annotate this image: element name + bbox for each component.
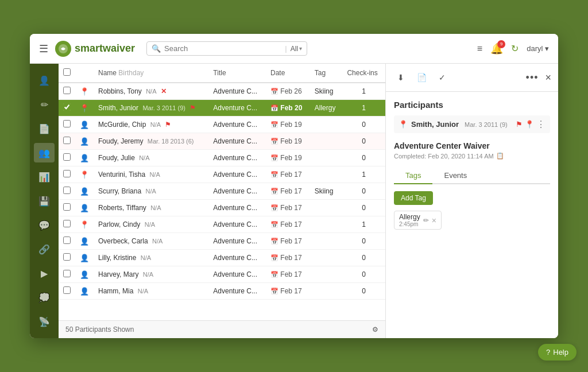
row-checkbox[interactable] xyxy=(63,153,71,161)
row-checkbox[interactable] xyxy=(63,103,71,111)
header-date: Date xyxy=(266,64,310,83)
row-checkbox-cell[interactable] xyxy=(59,183,75,200)
row-checkbox-cell[interactable] xyxy=(59,250,75,266)
sidebar-item-storage[interactable]: 💾 xyxy=(34,191,55,211)
row-checkbox[interactable] xyxy=(63,253,71,261)
table-row[interactable]: 👤 Scurry, Briana N/A Adventure C... 📅 Fe… xyxy=(59,183,385,200)
row-dob: N/A xyxy=(149,171,160,178)
row-red-flag-icon: ⚑ xyxy=(165,121,171,129)
row-checkbox-cell[interactable] xyxy=(59,266,75,283)
participant-location-action-icon[interactable]: 📍 xyxy=(525,120,534,129)
row-checkbox-cell[interactable] xyxy=(59,166,75,183)
row-checkbox[interactable] xyxy=(63,87,71,94)
more-options-icon[interactable]: ••• xyxy=(526,72,539,84)
table-row[interactable]: 📍 Smith, Junior Mar. 3 2011 (9) ⚑ Advent… xyxy=(59,100,385,117)
add-tag-button[interactable]: Add Tag xyxy=(394,191,433,205)
table-row[interactable]: 👤 Roberts, Tiffany N/A Adventure C... 📅 … xyxy=(59,200,385,216)
row-checkbox-cell[interactable] xyxy=(59,233,75,250)
hamburger-icon[interactable]: ☰ xyxy=(39,42,48,55)
row-date-cell: 📅 Feb 20 xyxy=(266,100,310,117)
row-date-cell: 📅 Feb 17 xyxy=(266,216,310,233)
row-icon-cell: 📍 xyxy=(75,166,94,183)
row-date-cell: 📅 Feb 17 xyxy=(266,200,310,216)
table-settings-icon[interactable]: ⚙ xyxy=(372,326,378,334)
select-all-checkbox[interactable] xyxy=(63,68,71,76)
table-row[interactable]: 👤 Hamm, Mia N/A Adventure C... 📅 Feb 17 … xyxy=(59,283,385,300)
row-checkbox-cell[interactable] xyxy=(59,100,75,117)
table-row[interactable]: 👤 Foudy, Jeremy Mar. 18 2013 (6) Adventu… xyxy=(59,133,385,150)
row-icon-cell: 📍 xyxy=(75,83,94,100)
tag-edit-icon[interactable]: ✏ xyxy=(423,216,429,224)
sidebar-item-participants[interactable]: 👥 xyxy=(34,143,55,162)
row-dob: N/A xyxy=(152,238,163,245)
row-dob: N/A xyxy=(145,221,155,228)
header-checkbox xyxy=(59,64,75,83)
table-row[interactable]: 👤 Harvey, Mary N/A Adventure C... 📅 Feb … xyxy=(59,266,385,283)
notification-badge: 9 xyxy=(497,40,505,48)
row-checkbox[interactable] xyxy=(63,170,71,177)
table-row[interactable]: 👤 Foudy, Julie N/A Adventure C... 📅 Feb … xyxy=(59,150,385,166)
table-row[interactable]: 📍 Venturini, Tisha N/A Adventure C... 📅 … xyxy=(59,166,385,183)
sidebar-item-play[interactable]: ▶ xyxy=(34,264,55,283)
row-tag-cell: Skiing xyxy=(310,183,343,200)
sidebar-item-reports[interactable]: 📊 xyxy=(34,167,55,187)
notifications-button[interactable]: 🔔 9 xyxy=(490,42,503,55)
row-checkbox[interactable] xyxy=(63,286,71,294)
tabs-row: Tags Events xyxy=(394,168,550,184)
row-name-cell: McGurdie, Chip N/A ⚑ xyxy=(94,117,208,133)
row-checkbox-cell[interactable] xyxy=(59,200,75,216)
download-icon[interactable]: ⬇ xyxy=(393,69,409,86)
sidebar-item-feed[interactable]: 📡 xyxy=(34,312,55,331)
close-icon[interactable]: × xyxy=(545,72,551,84)
row-checkbox[interactable] xyxy=(63,120,71,127)
row-checkbox[interactable] xyxy=(63,187,71,194)
row-icon-cell: 👤 xyxy=(75,283,94,300)
sidebar-item-account[interactable]: 👤 xyxy=(34,71,55,90)
user-menu[interactable]: daryl ▾ xyxy=(527,44,549,53)
row-checkins-cell: 0 xyxy=(342,117,385,133)
table-row[interactable]: 👤 Lilly, Kristine N/A Adventure C... 📅 F… xyxy=(59,250,385,266)
row-date-cell: 📅 Feb 17 xyxy=(266,283,310,300)
row-title-cell: Adventure C... xyxy=(208,100,266,117)
sidebar-item-chat[interactable]: 💭 xyxy=(34,288,55,307)
tab-tags[interactable]: Tags xyxy=(394,168,432,184)
row-name-cell: Hamm, Mia N/A xyxy=(94,283,208,300)
refresh-icon[interactable]: ↻ xyxy=(511,43,519,54)
row-checkbox[interactable] xyxy=(63,137,71,144)
search-input[interactable] xyxy=(164,44,281,53)
sidebar-item-links[interactable]: 🔗 xyxy=(34,239,55,259)
row-checkbox-cell[interactable] xyxy=(59,150,75,166)
sidebar-item-edit[interactable]: ✏ xyxy=(34,95,55,114)
participant-flag-icon[interactable]: ⚑ xyxy=(516,120,523,129)
help-button[interactable]: ? Help xyxy=(538,344,577,361)
check-circle-icon[interactable]: ✓ xyxy=(434,69,450,86)
row-checkbox-cell[interactable] xyxy=(59,216,75,233)
row-date-cell: 📅 Feb 17 xyxy=(266,250,310,266)
row-checkbox-cell[interactable] xyxy=(59,133,75,150)
search-filter-dropdown[interactable]: All xyxy=(291,45,298,53)
row-checkbox[interactable] xyxy=(63,270,71,277)
row-date: Feb 17 xyxy=(280,237,301,245)
row-dob: N/A xyxy=(150,121,161,128)
row-checkbox[interactable] xyxy=(63,203,71,211)
row-checkbox-cell[interactable] xyxy=(59,117,75,133)
waiver-copy-icon[interactable]: 📋 xyxy=(496,152,504,160)
tab-events[interactable]: Events xyxy=(432,168,478,184)
table-row[interactable]: 📍 Robbins, Tony N/A ✕ Adventure C... 📅 F… xyxy=(59,83,385,100)
row-checkbox[interactable] xyxy=(63,237,71,244)
document-icon[interactable]: 📄 xyxy=(413,69,430,86)
tag-remove-icon[interactable]: × xyxy=(432,216,436,225)
sidebar-item-documents[interactable]: 📄 xyxy=(34,119,55,138)
sidebar-item-messages[interactable]: 💬 xyxy=(34,215,55,235)
row-tag-cell xyxy=(310,117,343,133)
table-row[interactable]: 📍 Parlow, Cindy N/A Adventure C... 📅 Feb… xyxy=(59,216,385,233)
row-date-cell: 📅 Feb 17 xyxy=(266,233,310,250)
filter-settings-icon[interactable]: ≡ xyxy=(477,44,482,54)
table-row[interactable]: 👤 Overbeck, Carla N/A Adventure C... 📅 F… xyxy=(59,233,385,250)
row-checkbox[interactable] xyxy=(63,220,71,227)
row-checkbox-cell[interactable] xyxy=(59,83,75,100)
table-row[interactable]: 👤 McGurdie, Chip N/A ⚑ Adventure C... 📅 … xyxy=(59,117,385,133)
participant-more-icon[interactable]: ⋮ xyxy=(536,119,546,130)
row-checkbox-cell[interactable] xyxy=(59,283,75,300)
row-title-cell: Adventure C... xyxy=(208,250,266,266)
